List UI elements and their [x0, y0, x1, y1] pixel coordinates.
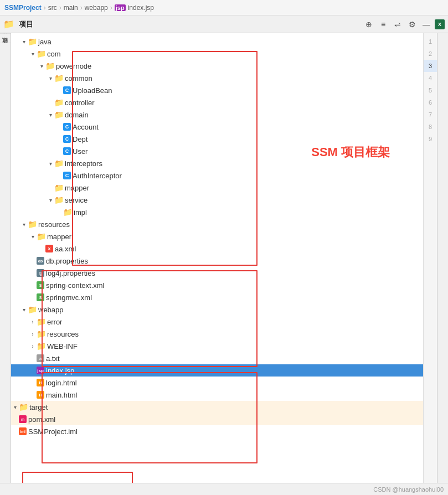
tree-node-target[interactable]: ▾ 📁 target: [11, 401, 423, 413]
node-label-domain: domain: [65, 111, 89, 119]
tree-node-authinterceptor[interactable]: C AuthInterceptor: [11, 169, 423, 182]
tree-node-service[interactable]: ▾ 📁 service: [11, 194, 423, 206]
line-5: 5: [424, 84, 437, 96]
toolbar-swap-icon[interactable]: ⇌: [392, 18, 404, 30]
line-9: 9: [424, 133, 437, 145]
node-label-java: java: [38, 38, 52, 46]
tree-node-resources-webapp[interactable]: › 📁 resources: [11, 328, 423, 340]
node-label-authinterceptor: AuthInterceptor: [73, 172, 122, 180]
node-label-error: error: [47, 318, 62, 326]
tree-node-springctx[interactable]: S spring-context.xml: [11, 279, 423, 291]
tree-node-uploadbean[interactable]: C UploadBean: [11, 84, 423, 96]
tree-node-powernode[interactable]: ▾ 📁 powernode: [11, 60, 423, 72]
tree-node-log4jprop[interactable]: lg log4j.properties: [11, 267, 423, 279]
node-label-pomxml: pom.xml: [28, 415, 55, 424]
sep4: ›: [110, 4, 112, 12]
tree-node-error[interactable]: › 📁 error: [11, 316, 423, 328]
tree-node-common[interactable]: ▾ 📁 common: [11, 72, 423, 84]
ssm-label: SSM 项目框架: [311, 144, 390, 161]
node-label-common: common: [65, 74, 92, 82]
line-7: 7: [424, 109, 437, 121]
tree-node-domain[interactable]: ▾ 📁 domain: [11, 109, 423, 121]
bottom-bar: CSDN @huangshaohui00: [0, 483, 448, 495]
breadcrumb-bar: SSMProject › src › main › webapp › jsp i…: [0, 0, 448, 16]
tree-node-mapper-res[interactable]: ▾ 📁 mapper: [11, 230, 423, 243]
tree-node-webinf[interactable]: › 📁 WEB-INF: [11, 340, 423, 352]
main-area: 结构 收藏 SSM 项目框架 ▾ 📁 java ▾ 📁 com: [0, 33, 448, 483]
toolbar-title: 项目: [19, 19, 33, 29]
node-label-loginhtml: login.html: [46, 379, 77, 387]
watermark: CSDN @huangshaohui00: [373, 486, 444, 493]
tree-node-indexjsp[interactable]: jsp index.jsp: [11, 364, 423, 377]
node-label-log4jprop: log4j.properties: [46, 269, 95, 277]
node-label-dept: Dept: [73, 135, 87, 143]
node-label-target: target: [29, 403, 48, 411]
node-label-ssmprojectiml: SSMProject.iml: [28, 427, 78, 436]
sep3: ›: [80, 4, 83, 12]
folder-icon: 📁: [3, 19, 14, 29]
tree-node-java[interactable]: ▾ 📁 java: [11, 35, 423, 48]
tree-node-aaxml[interactable]: X aa.xml: [11, 243, 423, 255]
breadcrumb-src: src: [48, 4, 57, 12]
node-label-uploadbean: UploadBean: [73, 86, 112, 95]
node-label-user: User: [73, 147, 87, 156]
node-label-webinf: WEB-INF: [47, 342, 78, 350]
node-label-dbprop: db.properties: [46, 257, 88, 265]
breadcrumb-file: index.jsp: [128, 4, 154, 12]
toolbar-settings-icon[interactable]: ⚙: [406, 18, 418, 30]
node-label-mapper-pn: mapper: [65, 184, 89, 192]
node-label-resources: resources: [38, 220, 70, 229]
file-tree: SSM 项目框架 ▾ 📁 java ▾ 📁 com ▾ 📁 powernode …: [11, 33, 423, 483]
toolbar: 📁 项目 ⊕ ≡ ⇌ ⚙ — X: [0, 16, 448, 33]
left-tabs: 结构 收藏: [0, 33, 11, 483]
line-2: 2: [424, 48, 437, 60]
line-4: 4: [424, 72, 437, 84]
tree-node-controller[interactable]: 📁 controller: [11, 96, 423, 109]
node-label-springctx: spring-context.xml: [46, 281, 104, 290]
node-label-springmvc: springmvc.xml: [46, 293, 92, 302]
right-tabs: [437, 33, 448, 483]
tree-node-dept[interactable]: C Dept: [11, 133, 423, 145]
tree-node-webapp[interactable]: ▾ 📁 webapp: [11, 303, 423, 316]
tree-node-account[interactable]: C Account: [11, 121, 423, 133]
excel-icon: X: [435, 19, 445, 29]
tree-node-atxt[interactable]: a a.txt: [11, 352, 423, 364]
node-label-controller: controller: [65, 99, 94, 107]
tree-node-mapper-pn[interactable]: 📁 mapper: [11, 182, 423, 194]
sep1: ›: [44, 4, 46, 12]
tree-node-loginhtml[interactable]: H login.html: [11, 377, 423, 389]
tree-node-mainhtml[interactable]: H main.html: [11, 389, 423, 401]
line-3: 3: [424, 60, 437, 72]
tree-node-dbprop[interactable]: db db.properties: [11, 255, 423, 267]
left-tab-structure[interactable]: 结构: [0, 33, 11, 43]
breadcrumb-project[interactable]: SSMProject: [4, 4, 42, 12]
node-label-service: service: [65, 196, 87, 204]
tree-node-pomxml[interactable]: m pom.xml: [11, 413, 423, 425]
line-8: 8: [424, 121, 437, 133]
node-label-indexjsp: index.jsp: [46, 367, 74, 375]
tree-node-resources[interactable]: ▾ 📁 resources: [11, 218, 423, 230]
sep2: ›: [59, 4, 61, 12]
tree-node-springmvc[interactable]: S springmvc.xml: [11, 291, 423, 303]
node-label-atxt: a.txt: [46, 354, 60, 363]
line-1: 1: [424, 35, 437, 48]
node-label-mainhtml: main.html: [46, 391, 77, 399]
node-label-interceptors: interceptors: [65, 159, 102, 168]
tree-node-impl[interactable]: 📁 impl: [11, 206, 423, 218]
tree-node-com[interactable]: ▾ 📁 com: [11, 48, 423, 60]
toolbar-minimize-icon[interactable]: —: [420, 18, 432, 30]
node-label-mapper-res: mapper: [47, 233, 71, 241]
line-numbers: 1 2 3 4 5 6 7 8 9: [423, 33, 437, 483]
toolbar-globe-icon[interactable]: ⊕: [363, 18, 375, 30]
node-label-resources-webapp: resources: [47, 330, 79, 338]
line-6: 6: [424, 96, 437, 109]
left-tab-favorites[interactable]: 收藏: [0, 43, 11, 52]
toolbar-list-icon[interactable]: ≡: [377, 18, 389, 30]
node-label-account: Account: [73, 123, 99, 131]
node-label-powernode: powernode: [56, 62, 91, 70]
node-label-impl: impl: [74, 208, 87, 216]
breadcrumb-webapp: webapp: [85, 4, 108, 12]
tree-node-ssmprojectiml[interactable]: iml SSMProject.iml: [11, 425, 423, 437]
node-label-com: com: [47, 50, 61, 58]
node-label-webapp: webapp: [38, 306, 64, 314]
